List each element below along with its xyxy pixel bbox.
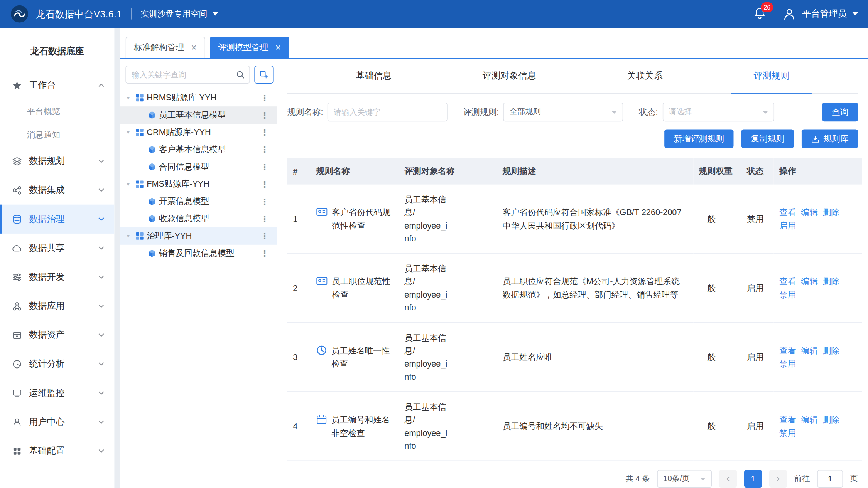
more-actions-icon[interactable] [260, 231, 269, 241]
rule-library-label: 规则库 [823, 133, 848, 144]
tree-search-input[interactable] [132, 70, 233, 79]
page-1-button[interactable]: 1 [744, 470, 762, 488]
tree-expand-icon[interactable] [127, 129, 133, 136]
delete-link[interactable]: 删除 [823, 346, 839, 355]
prev-page-button[interactable] [719, 470, 737, 488]
tree-node-model[interactable]: 员工基本信息模型 [120, 106, 277, 124]
sidebar-item-message-notice[interactable]: 消息通知 [0, 123, 114, 147]
search-icon[interactable] [236, 70, 245, 79]
tree-node-library[interactable]: HRMS贴源库-YYH [120, 89, 277, 106]
edit-link[interactable]: 编辑 [801, 415, 817, 424]
copy-rule-button[interactable]: 复制规则 [741, 129, 794, 148]
tab-evaluation-model[interactable]: 评测模型管理 [210, 37, 290, 58]
goto-page-input[interactable] [817, 470, 843, 488]
tree-node-model[interactable]: 开票信息模型 [120, 193, 277, 210]
more-actions-icon[interactable] [260, 248, 269, 258]
sidebar-item-data-integration[interactable]: 数据集成 [0, 175, 114, 204]
rule-weight: 一般 [693, 392, 741, 461]
tab-relations[interactable]: 关联关系 [605, 59, 685, 94]
next-page-button[interactable] [769, 470, 787, 488]
rule-name-label: 规则名称: [287, 107, 323, 117]
more-actions-icon[interactable] [260, 179, 269, 189]
disable-link[interactable]: 禁用 [779, 359, 796, 369]
rule-name-input[interactable] [328, 103, 448, 121]
edit-link[interactable]: 编辑 [801, 346, 817, 355]
query-button[interactable]: 查询 [822, 103, 858, 121]
tree-expand-icon[interactable] [127, 181, 133, 188]
col-object-name: 评测对象名称 [399, 158, 497, 185]
tree-node-library[interactable]: 治理库-YYH [120, 227, 277, 245]
page-size-select[interactable]: 10条/页 [657, 470, 712, 488]
add-model-button[interactable] [254, 66, 273, 84]
more-actions-icon[interactable] [260, 162, 269, 172]
status-select[interactable]: 请选择 [662, 103, 774, 121]
workspace-switcher[interactable]: 实训沙盘专用空间 [140, 8, 218, 19]
sidebar-item-data-planning[interactable]: 数据规划 [0, 146, 114, 175]
more-actions-icon[interactable] [260, 127, 269, 137]
delete-link[interactable]: 删除 [823, 277, 839, 286]
edit-link[interactable]: 编辑 [801, 207, 817, 217]
tab-evaluation-rules[interactable]: 评测规则 [731, 59, 812, 94]
tab-basic-info[interactable]: 基础信息 [334, 59, 414, 94]
tree-node-label: FMS贴源库-YYH [147, 179, 209, 189]
more-actions-icon[interactable] [260, 110, 269, 120]
sidebar-item-data-governance[interactable]: 数据治理 [0, 205, 114, 234]
edit-link[interactable]: 编辑 [801, 277, 817, 286]
sidebar-item-data-development[interactable]: 数据开发 [0, 263, 114, 291]
close-icon[interactable] [275, 44, 281, 52]
close-icon[interactable] [191, 44, 197, 52]
rule-type-value: 全部规则 [510, 107, 541, 117]
enable-link[interactable]: 启用 [779, 220, 796, 230]
sidebar-item-data-sharing[interactable]: 数据共享 [0, 234, 114, 263]
disable-link[interactable]: 禁用 [779, 289, 796, 299]
id-card-icon [316, 207, 328, 217]
tree-expand-icon[interactable] [127, 232, 133, 240]
main-content: 基础信息 评测对象信息 关联关系 评测规则 规则名称: 评测规则: 全部规则 [277, 59, 868, 488]
col-description: 规则描述 [497, 158, 693, 185]
model-cube-icon [148, 145, 156, 154]
sidebar-item-label: 统计分析 [29, 358, 65, 370]
sidebar-item-user-center[interactable]: 用户中心 [0, 407, 114, 436]
sidebar-item-statistics[interactable]: 统计分析 [0, 350, 114, 379]
tree-node-library[interactable]: CRM贴源库-YYH [120, 124, 277, 141]
more-actions-icon[interactable] [260, 214, 269, 224]
add-rule-button[interactable]: 新增评测规则 [664, 129, 733, 148]
tree-node-label: 治理库-YYH [147, 231, 192, 241]
tab-standard-deconstruction[interactable]: 标准解构管理 [125, 37, 205, 58]
view-link[interactable]: 查看 [779, 415, 796, 424]
tree-expand-icon[interactable] [127, 94, 133, 101]
tree-node-model[interactable]: 销售及回款信息模型 [120, 245, 277, 262]
disable-link[interactable]: 禁用 [779, 428, 796, 438]
view-link[interactable]: 查看 [779, 207, 796, 217]
tree-node-model[interactable]: 合同信息模型 [120, 158, 277, 176]
more-actions-icon[interactable] [260, 145, 269, 155]
status-badge: 禁用 [741, 185, 774, 254]
more-actions-icon[interactable] [260, 93, 269, 103]
delete-link[interactable]: 删除 [823, 207, 839, 217]
tree-node-model[interactable]: 收款信息模型 [120, 210, 277, 227]
rule-type-select[interactable]: 全部规则 [503, 103, 623, 121]
sidebar-item-ops-monitoring[interactable]: 运维监控 [0, 379, 114, 407]
chevron-down-icon [852, 12, 858, 16]
sidebar-item-label: 数据资产 [29, 329, 65, 341]
tree-node-library[interactable]: FMS贴源库-YYH [120, 175, 277, 193]
sidebar-item-platform-overview[interactable]: 平台概览 [0, 100, 114, 123]
rule-library-button[interactable]: 规则库 [802, 129, 858, 148]
user-menu[interactable]: 平台管理员 [782, 7, 858, 21]
delete-link[interactable]: 删除 [823, 415, 839, 424]
sidebar-item-data-application[interactable]: 数据应用 [0, 291, 114, 320]
detail-tabs: 基础信息 评测对象信息 关联关系 评测规则 [287, 59, 858, 94]
sidebar-item-data-assets[interactable]: 数据资产 [0, 320, 114, 349]
notification-bell-button[interactable]: 26 [753, 7, 768, 21]
tab-label: 评测模型管理 [218, 42, 268, 53]
more-actions-icon[interactable] [260, 197, 269, 207]
id-card-icon [316, 276, 328, 286]
sidebar-item-basic-config[interactable]: 基础配置 [0, 436, 114, 465]
tree-node-model[interactable]: 客户基本信息模型 [120, 141, 277, 158]
view-link[interactable]: 查看 [779, 346, 796, 355]
view-link[interactable]: 查看 [779, 277, 796, 286]
rules-table: # 规则名称 评测对象名称 规则描述 规则权重 状态 操作 1 [287, 158, 862, 461]
tab-evaluation-object[interactable]: 评测对象信息 [460, 59, 558, 94]
sidebar-item-workbench[interactable]: 工作台 [0, 71, 114, 100]
table-row: 3 员工姓名唯一性检查 员工基本信息/employee_info 员工姓名应唯一… [287, 323, 862, 392]
